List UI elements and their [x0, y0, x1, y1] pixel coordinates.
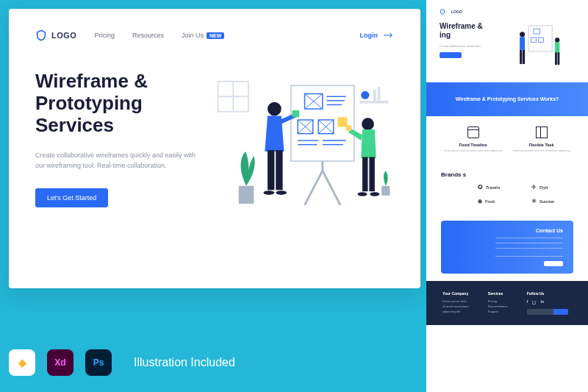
svg-point-5 — [361, 91, 369, 99]
svg-rect-35 — [293, 110, 299, 117]
brand-item: ☀Sunrise — [531, 198, 573, 204]
cta-button[interactable]: Let's Get Started — [35, 188, 108, 207]
preview-band-title: Wireframe & Prototyping Services Works? — [441, 96, 573, 103]
fox-icon: ◆ — [478, 198, 482, 204]
hero-illustration — [215, 71, 394, 235]
svg-rect-50 — [523, 50, 525, 64]
svg-rect-53 — [555, 52, 557, 65]
preview-footer: Your Company Lorem ipsum dolor sit amet … — [426, 281, 588, 325]
login-link[interactable]: Login — [360, 32, 395, 39]
svg-rect-7 — [378, 87, 381, 101]
svg-line-10 — [305, 171, 323, 205]
logo-text: LOGO — [51, 31, 76, 40]
logo[interactable]: LOGO — [35, 29, 76, 41]
facebook-icon: f — [527, 299, 528, 304]
subscribe-input — [527, 309, 553, 315]
brand-item: ◆Foxit — [478, 198, 520, 204]
hero-card: LOGO Pricing Resources Join Us NEW Login… — [9, 9, 420, 288]
svg-rect-52 — [555, 42, 559, 53]
svg-point-33 — [263, 190, 274, 195]
brands-title: Brands s — [441, 171, 573, 178]
brand-item: ✈Flyit — [531, 184, 573, 190]
hero-section: Wireframe & Prototyping Services Create … — [35, 71, 394, 235]
card-desc: Lorem ipsum dolor sit amet consectetur a… — [444, 149, 502, 153]
svg-point-34 — [276, 190, 287, 195]
contact-title: Contact Us — [451, 228, 563, 233]
svg-point-36 — [362, 118, 374, 130]
card-title: Fixed Timeline — [444, 143, 502, 147]
svg-point-30 — [268, 102, 282, 116]
svg-point-41 — [370, 192, 379, 196]
card-title: Flexible Task — [512, 143, 570, 147]
svg-line-11 — [323, 171, 340, 205]
svg-rect-43 — [528, 26, 552, 51]
footer-col-follow: Follow Us f ◻ in — [527, 291, 568, 315]
hero-content: Wireframe & Prototyping Services Create … — [35, 71, 201, 235]
subscribe-button — [553, 309, 568, 315]
svg-rect-32 — [276, 150, 282, 190]
linkedin-icon: in — [540, 299, 544, 304]
strip-text: Illustration Included — [134, 356, 235, 369]
svg-point-47 — [520, 32, 525, 37]
tools-strip: ◆ Xd Ps Illustration Included — [9, 349, 235, 376]
preview-illustration — [497, 22, 570, 74]
hero-desc: Create collaborative wireframes quickly … — [35, 150, 201, 171]
svg-rect-6 — [373, 90, 376, 101]
svg-rect-29 — [239, 186, 254, 204]
svg-rect-4 — [359, 101, 388, 104]
navbar: LOGO Pricing Resources Join Us NEW Login — [35, 29, 394, 41]
nav-join[interactable]: Join Us NEW — [182, 32, 224, 39]
svg-rect-28 — [337, 117, 347, 126]
svg-point-51 — [555, 38, 559, 42]
preview-features: Fixed Timeline Lorem ipsum dolor sit ame… — [426, 116, 588, 163]
new-badge: NEW — [207, 32, 224, 39]
preview-contact: Contact Us — [441, 221, 573, 274]
svg-rect-49 — [520, 50, 522, 64]
preview-hero: LOGO Wireframe & ing Create collaborativ… — [426, 0, 588, 82]
instagram-icon: ◻ — [532, 299, 536, 304]
arrow-right-icon — [384, 32, 394, 38]
card-desc: Lorem ipsum dolor sit amet consectetur a… — [512, 149, 570, 153]
svg-rect-54 — [558, 52, 560, 65]
sketch-icon: ◆ — [9, 349, 35, 376]
nav-pricing[interactable]: Pricing — [94, 32, 115, 39]
layout-icon — [536, 126, 548, 138]
svg-point-40 — [357, 192, 367, 196]
svg-rect-37 — [346, 125, 351, 130]
nav-join-label: Join Us — [182, 32, 204, 39]
globe-icon: ✪ — [478, 184, 483, 190]
preview-title: Wireframe & ing — [440, 22, 491, 40]
ps-icon: Ps — [85, 349, 112, 376]
preview-band: Wireframe & Prototyping Services Works? — [426, 82, 588, 116]
login-label: Login — [360, 32, 379, 39]
shield-icon — [35, 29, 47, 41]
feature-card: Flexible Task Lorem ipsum dolor sit amet… — [512, 126, 570, 153]
page-preview: LOGO Wireframe & ing Create collaborativ… — [426, 0, 588, 392]
hero-title: Wireframe & Prototyping Services — [35, 71, 201, 137]
shield-icon — [440, 9, 445, 15]
footer-col-company: Your Company Lorem ipsum dolor sit amet … — [442, 291, 469, 315]
sun-icon: ☀ — [531, 198, 537, 204]
nav-resources[interactable]: Resources — [132, 32, 164, 39]
calendar-icon — [467, 126, 479, 138]
svg-rect-38 — [362, 157, 368, 191]
svg-rect-31 — [268, 150, 274, 190]
preview-cta — [440, 52, 462, 58]
xd-icon: Xd — [47, 349, 74, 376]
footer-col-services: Services Pricing Documentation Support — [488, 291, 508, 315]
svg-rect-42 — [381, 186, 390, 196]
plane-icon: ✈ — [531, 184, 537, 190]
brand-item: ✪Travelo — [478, 184, 520, 190]
svg-rect-48 — [520, 37, 525, 50]
feature-card: Fixed Timeline Lorem ipsum dolor sit ame… — [444, 126, 502, 153]
svg-rect-39 — [369, 157, 374, 191]
preview-brands: Brands s ✪Travelo ✈Flyit ◆Foxit ☀Sunrise — [426, 163, 588, 213]
